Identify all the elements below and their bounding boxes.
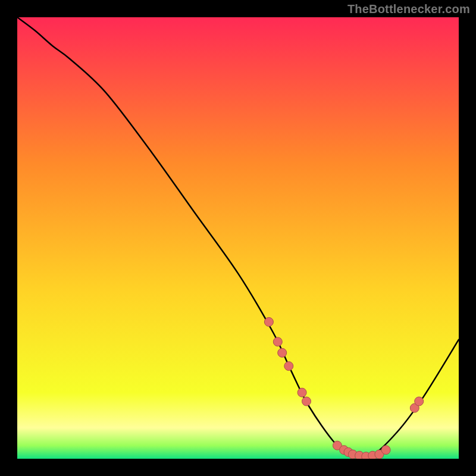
scatter-dot [302,397,311,406]
scatter-dot [273,337,282,346]
gradient-background [17,17,459,459]
scatter-dot [264,318,273,327]
scatter-dot [298,388,306,397]
chart-svg [17,17,459,459]
chart-stage: TheBottlenecker.com [0,0,476,476]
chart-plot-area [17,17,459,459]
watermark-text: TheBottlenecker.com [347,2,470,16]
scatter-dot [284,362,293,371]
scatter-dot [278,348,287,357]
scatter-dot [415,397,424,406]
scatter-dot [381,446,390,455]
